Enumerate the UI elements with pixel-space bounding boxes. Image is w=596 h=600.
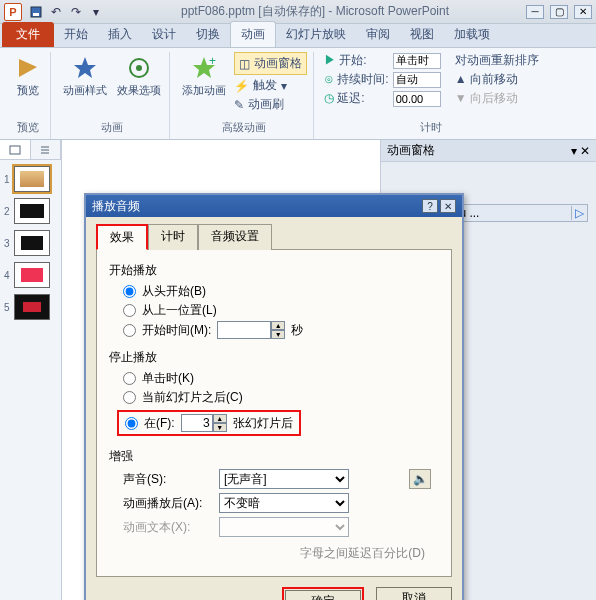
- redo-icon[interactable]: ↷: [68, 4, 84, 20]
- text-anim-label: 动画文本(X):: [123, 519, 213, 536]
- anim-pane-header: 动画窗格 ▾ ✕: [381, 140, 596, 162]
- svg-marker-2: [19, 59, 37, 77]
- play-audio-dialog: 播放音频 ? ✕ 效果 计时 音频设置 开始播放 从头开始(B) 从上一位置(L…: [84, 193, 464, 600]
- anim-pane-dropdown-icon[interactable]: ▾ ✕: [571, 144, 590, 158]
- undo-icon[interactable]: ↶: [48, 4, 64, 20]
- speaker-icon[interactable]: 🔈: [409, 469, 431, 489]
- radio-after-slides[interactable]: [125, 417, 138, 430]
- slide-thumb-2[interactable]: [14, 198, 50, 224]
- svg-text:+: +: [209, 55, 216, 68]
- pane-icon: ◫: [239, 57, 250, 71]
- radio-after-current[interactable]: [123, 391, 136, 404]
- preview-button[interactable]: 预览: [12, 52, 44, 98]
- group-label-preview: 预览: [17, 120, 39, 137]
- tab-view[interactable]: 视图: [400, 22, 444, 47]
- dialog-help-button[interactable]: ?: [422, 199, 438, 213]
- start-time-input[interactable]: [217, 321, 271, 339]
- brush-icon: ✎: [234, 98, 244, 112]
- radio-from-start[interactable]: [123, 285, 136, 298]
- group-label-timing: 计时: [420, 120, 442, 137]
- qat-dropdown-icon[interactable]: ▾: [88, 4, 104, 20]
- duration-input[interactable]: [393, 72, 441, 88]
- dialog-panel: 开始播放 从头开始(B) 从上一位置(L) 开始时间(M): ▲▼ 秒 停止播放…: [96, 249, 452, 577]
- delay-label: ◷ 延迟:: [324, 90, 389, 107]
- dialog-titlebar[interactable]: 播放音频 ? ✕: [86, 195, 462, 217]
- tab-effect[interactable]: 效果: [96, 224, 148, 250]
- tab-animation[interactable]: 动画: [230, 21, 276, 47]
- animation-painter-button[interactable]: ✎ 动画刷: [234, 96, 307, 113]
- window-title: pptF086.pptm [自动保存的] - Microsoft PowerPo…: [104, 3, 526, 20]
- minimize-button[interactable]: ─: [526, 5, 544, 19]
- ribbon-tabs: 文件 开始 插入 设计 切换 动画 幻灯片放映 审阅 视图 加载项: [0, 24, 596, 48]
- restore-button[interactable]: ▢: [550, 5, 568, 19]
- spin-down[interactable]: ▼: [271, 330, 285, 339]
- after-slides-highlight: 在(F): ▲▼ 张幻灯片后: [117, 410, 301, 436]
- ribbon-group-preview: 预览 预览: [6, 52, 51, 139]
- slide-thumbnails: 1 2 3 4 5: [0, 160, 61, 326]
- quick-access-toolbar: ↶ ↷ ▾: [28, 4, 104, 20]
- after-anim-select[interactable]: 不变暗: [219, 493, 349, 513]
- outline-tab[interactable]: [31, 140, 62, 159]
- animation-pane-button[interactable]: ◫ 动画窗格: [234, 52, 307, 75]
- file-tab[interactable]: 文件: [2, 22, 54, 47]
- delay-input[interactable]: [393, 91, 441, 107]
- play-icon[interactable]: ▷: [571, 206, 587, 220]
- svg-rect-1: [33, 13, 39, 16]
- dialog-buttons: 确定 取消: [96, 587, 452, 600]
- add-animation-button[interactable]: + 添加动画: [180, 52, 228, 98]
- slide-thumb-3[interactable]: [14, 230, 50, 256]
- close-button[interactable]: ✕: [574, 5, 592, 19]
- window-controls: ─ ▢ ✕: [526, 5, 592, 19]
- reorder-title: 对动画重新排序: [455, 52, 539, 69]
- tab-audio-settings[interactable]: 音频设置: [198, 224, 272, 250]
- save-icon[interactable]: [28, 4, 44, 20]
- spin-down-2[interactable]: ▼: [213, 423, 227, 432]
- radio-on-click[interactable]: [123, 372, 136, 385]
- radio-from-last[interactable]: [123, 304, 136, 317]
- tab-addins[interactable]: 加载项: [444, 22, 500, 47]
- svg-rect-8: [10, 146, 20, 154]
- group-label-advanced: 高级动画: [222, 120, 266, 137]
- trigger-button[interactable]: ⚡ 触发 ▾: [234, 77, 307, 94]
- spin-up[interactable]: ▲: [271, 321, 285, 330]
- ribbon-group-advanced: + 添加动画 ◫ 动画窗格 ⚡ 触发 ▾ ✎ 动画刷 高级动画: [174, 52, 314, 139]
- tab-slideshow[interactable]: 幻灯片放映: [276, 22, 356, 47]
- enhance-label: 增强: [109, 448, 439, 465]
- tab-home[interactable]: 开始: [54, 22, 98, 47]
- move-later-button[interactable]: ▼ 向后移动: [455, 90, 539, 107]
- ribbon-group-timing: ▶ 开始: ⊙ 持续时间: ◷ 延迟: 对动画重新排序 ▲ 向前移动 ▼ 向后移…: [318, 52, 545, 139]
- start-input[interactable]: [393, 53, 441, 69]
- app-icon: P: [4, 3, 22, 21]
- dialog-tabs: 效果 计时 音频设置: [96, 223, 452, 249]
- dialog-close-button[interactable]: ✕: [440, 199, 456, 213]
- tab-design[interactable]: 设计: [142, 22, 186, 47]
- anim-style-button[interactable]: 动画样式: [61, 52, 109, 98]
- spin-up-2[interactable]: ▲: [213, 414, 227, 423]
- sound-select[interactable]: [无声音]: [219, 469, 349, 489]
- effect-options-button[interactable]: 效果选项: [115, 52, 163, 98]
- preview-icon: [14, 54, 42, 82]
- ok-button[interactable]: 确定: [285, 590, 361, 600]
- duration-label: ⊙ 持续时间:: [324, 71, 389, 88]
- tab-transition[interactable]: 切换: [186, 22, 230, 47]
- slides-tab[interactable]: [0, 140, 31, 159]
- window-titlebar: P ↶ ↷ ▾ pptF086.pptm [自动保存的] - Microsoft…: [0, 0, 596, 24]
- sound-label: 声音(S):: [123, 471, 213, 488]
- svg-point-5: [136, 65, 142, 71]
- tab-review[interactable]: 审阅: [356, 22, 400, 47]
- letter-delay-label: 字母之间延迟百分比(D): [109, 545, 425, 562]
- anim-pane-title: 动画窗格: [387, 142, 435, 159]
- tab-timing[interactable]: 计时: [148, 224, 198, 250]
- slide-thumb-1[interactable]: [14, 166, 50, 192]
- radio-start-time[interactable]: [123, 324, 136, 337]
- slide-thumb-5[interactable]: [14, 294, 50, 320]
- slide-thumb-4[interactable]: [14, 262, 50, 288]
- tab-insert[interactable]: 插入: [98, 22, 142, 47]
- cancel-button[interactable]: 取消: [376, 587, 452, 600]
- move-earlier-button[interactable]: ▲ 向前移动: [455, 71, 539, 88]
- reorder-panel: 对动画重新排序 ▲ 向前移动 ▼ 向后移动: [455, 52, 539, 107]
- after-slides-input[interactable]: [181, 414, 213, 432]
- slide-panel-tabs: [0, 140, 61, 160]
- start-playback-label: 开始播放: [109, 262, 439, 279]
- group-label-animation: 动画: [101, 120, 123, 137]
